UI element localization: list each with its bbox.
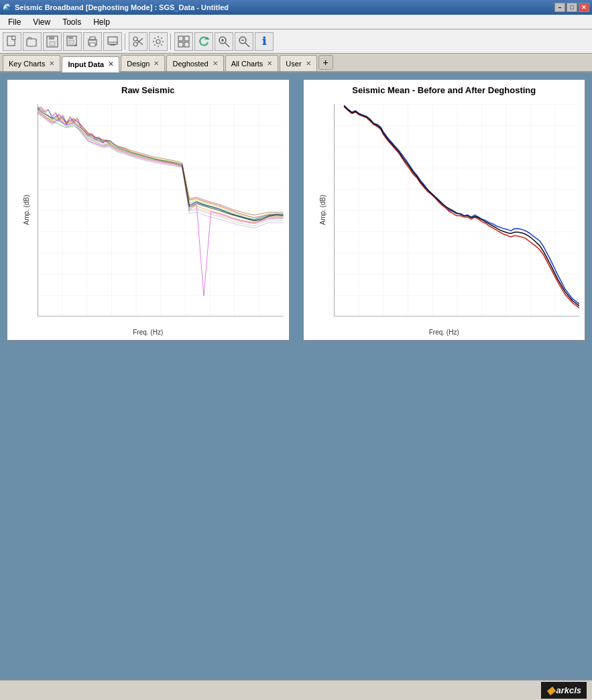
chart-seismic-mean-y-label: Amp. (dB) [319, 194, 327, 225]
svg-rect-12 [90, 43, 95, 46]
svg-line-31 [245, 43, 249, 47]
print-button[interactable] [83, 32, 102, 51]
svg-point-20 [156, 40, 160, 44]
svg-rect-21 [178, 36, 183, 41]
main-content: Raw Seismic Amp. (dB) Freq. (Hz) [0, 72, 592, 680]
chart-seismic-mean-plot: 105 100 90 80 70 60 50 100 150 200 [334, 104, 580, 316]
tab-design-close[interactable]: ✕ [154, 60, 159, 67]
tab-input-data-close[interactable]: ✕ [108, 60, 113, 68]
chart-raw-seismic-plot: 100 80 60 40 20 50 100 150 200 [38, 104, 284, 316]
tab-user-close[interactable]: ✕ [306, 60, 311, 67]
svg-rect-47 [334, 104, 580, 316]
tabs-bar: Key Charts ✕ Input Data ✕ Design ✕ Degho… [0, 54, 592, 72]
tab-deghosted[interactable]: Deghosted ✕ [166, 55, 223, 71]
menu-help[interactable]: Help [88, 16, 115, 28]
title-bar: 🌊 Seismic Broadband [Deghosting Mode] : … [0, 0, 592, 15]
svg-rect-34 [38, 104, 284, 316]
app-icon: 🌊 [3, 3, 12, 12]
refresh-button[interactable] [194, 32, 213, 51]
tab-user[interactable]: User ✕ [280, 55, 316, 71]
tab-key-charts-label: Key Charts [9, 60, 45, 68]
raw-seismic-svg: 100 80 60 40 20 50 100 150 200 [38, 104, 284, 316]
toolbar: + ℹ [0, 30, 592, 54]
tab-design-label: Design [127, 60, 150, 68]
logo-diamond: ◆ [546, 684, 554, 697]
charts-area: Raw Seismic Amp. (dB) Freq. (Hz) [7, 79, 585, 673]
chart-seismic-mean: Seismic Mean - Before and After Deghosti… [303, 79, 586, 341]
separator-1 [125, 34, 126, 50]
status-bar: ◆ arkcls [0, 680, 592, 700]
menu-file[interactable]: File [3, 16, 26, 28]
arkcls-logo: ◆ arkcls [541, 682, 587, 699]
svg-rect-5 [50, 42, 55, 46]
save-button[interactable] [43, 32, 62, 51]
menu-tools[interactable]: Tools [57, 16, 86, 28]
menu-bar: File View Tools Help [0, 15, 592, 30]
info-button[interactable]: ℹ [255, 32, 274, 51]
svg-rect-23 [178, 42, 183, 47]
svg-rect-2 [27, 39, 36, 46]
tool-scissors[interactable] [129, 32, 147, 51]
tab-design[interactable]: Design ✕ [121, 55, 165, 71]
title-bar-controls[interactable]: – □ ✕ [554, 3, 589, 12]
svg-rect-22 [184, 36, 189, 41]
chart-raw-seismic-title: Raw Seismic [7, 80, 289, 98]
tab-all-charts-label: All Charts [231, 60, 263, 68]
svg-rect-8 [69, 40, 74, 44]
zoom-in-button[interactable] [215, 32, 233, 51]
export-button[interactable] [103, 32, 122, 51]
svg-line-27 [225, 43, 229, 47]
svg-point-17 [133, 42, 137, 46]
chart-raw-seismic-y-label: Amp. (dB) [23, 194, 30, 225]
svg-text:+: + [74, 43, 77, 48]
maximize-button[interactable]: □ [567, 3, 577, 12]
chart-raw-seismic-x-label: Freq. (Hz) [133, 329, 163, 336]
tab-add-button[interactable]: + [318, 55, 333, 70]
close-button[interactable]: ✕ [579, 3, 589, 12]
svg-rect-13 [108, 37, 117, 44]
open-button[interactable] [23, 32, 42, 51]
new-button[interactable] [3, 32, 21, 51]
tab-key-charts[interactable]: Key Charts ✕ [3, 55, 60, 71]
tool-settings[interactable] [149, 32, 168, 51]
save-as-button[interactable]: + [63, 32, 82, 51]
svg-rect-4 [49, 36, 54, 40]
tab-key-charts-close[interactable]: ✕ [49, 60, 54, 67]
chart-raw-seismic: Raw Seismic Amp. (dB) Freq. (Hz) [7, 79, 290, 341]
tab-deghosted-label: Deghosted [172, 60, 208, 68]
menu-view[interactable]: View [27, 16, 56, 28]
svg-rect-7 [68, 36, 73, 39]
chart-seismic-mean-title: Seismic Mean - Before and After Deghosti… [304, 80, 585, 98]
minimize-button[interactable]: – [554, 3, 565, 12]
title-bar-left: 🌊 Seismic Broadband [Deghosting Mode] : … [3, 3, 229, 12]
zoom-out-button[interactable] [235, 32, 253, 51]
svg-rect-1 [12, 36, 15, 40]
svg-rect-24 [184, 42, 189, 47]
tab-input-data-label: Input Data [68, 60, 104, 68]
separator-2 [170, 34, 172, 50]
tab-deghosted-close[interactable]: ✕ [213, 60, 218, 67]
tab-user-label: User [286, 60, 301, 68]
seismic-mean-svg: 105 100 90 80 70 60 50 100 150 200 [334, 104, 580, 316]
svg-point-16 [133, 37, 137, 41]
tab-all-charts[interactable]: All Charts ✕ [225, 55, 279, 71]
tab-all-charts-close[interactable]: ✕ [267, 60, 272, 67]
tab-input-data[interactable]: Input Data ✕ [62, 56, 119, 72]
grid-button[interactable] [174, 32, 193, 51]
window-title: Seismic Broadband [Deghosting Mode] : SG… [15, 3, 229, 11]
chart-seismic-mean-x-label: Freq. (Hz) [429, 329, 459, 336]
logo-text: arkcls [556, 685, 581, 695]
